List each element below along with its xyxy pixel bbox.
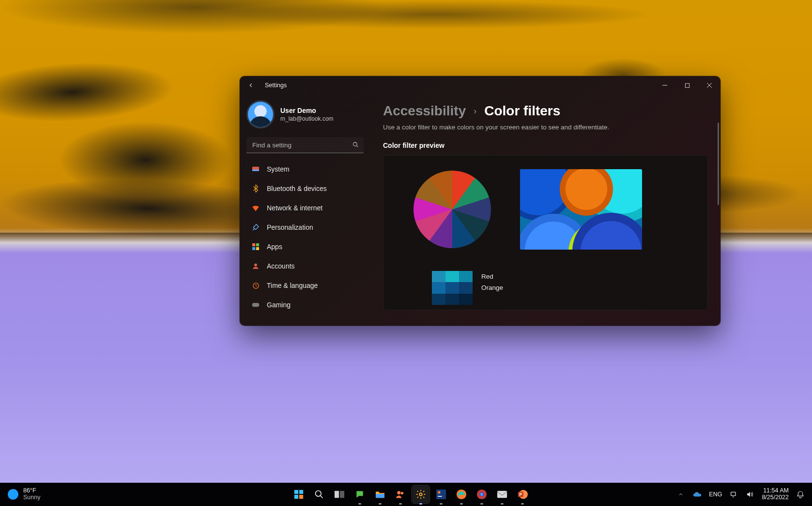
svg-point-25 [401, 492, 404, 495]
scrollbar[interactable] [718, 123, 719, 205]
chevron-right-icon: › [474, 106, 476, 116]
svg-rect-1 [685, 83, 689, 87]
nav-system[interactable]: System [246, 160, 366, 178]
svg-point-26 [419, 493, 422, 496]
preview-card: Red Orange [383, 155, 708, 310]
breadcrumb: Accessibility › Color filters [383, 103, 708, 119]
svg-rect-10 [252, 247, 255, 250]
taskbar-powerpoint[interactable]: P [514, 486, 531, 503]
page-description: Use a color filter to make colors on you… [383, 124, 708, 131]
volume-icon[interactable] [745, 490, 755, 499]
gaming-icon [251, 300, 260, 309]
svg-rect-18 [299, 495, 303, 499]
svg-rect-14 [252, 303, 260, 307]
svg-rect-28 [438, 491, 440, 493]
taskbar-clock[interactable]: 11:54 AM 8/25/2022 [762, 488, 789, 501]
nav-gaming[interactable]: Gaming [246, 296, 366, 314]
tray-language[interactable]: ENG [709, 491, 722, 498]
taskbar-people[interactable] [392, 486, 409, 503]
notifications-icon[interactable] [796, 490, 805, 499]
svg-text:C: C [481, 493, 483, 496]
taskbar-jetbrains[interactable] [433, 486, 449, 503]
svg-rect-7 [252, 170, 259, 171]
svg-point-4 [353, 142, 357, 146]
taskbar-mail[interactable] [494, 486, 510, 503]
taskbar-search[interactable] [311, 486, 327, 503]
nav-time[interactable]: Time & language [246, 276, 366, 295]
nav-network[interactable]: Network & internet [246, 199, 366, 217]
taskbar-edge[interactable] [453, 486, 470, 503]
bluetooth-icon [251, 184, 260, 193]
swatch [432, 271, 445, 282]
nav-accounts[interactable]: Accounts [246, 257, 366, 275]
search-input[interactable] [246, 137, 364, 153]
network-tray-icon[interactable] [729, 490, 738, 499]
sidebar: User Demo m_lab@outlook.com System Bluet… [240, 95, 370, 326]
start-button[interactable] [291, 486, 307, 503]
taskbar-center: C P [145, 486, 676, 503]
nav-apps[interactable]: Apps [246, 237, 366, 256]
svg-point-24 [397, 491, 400, 494]
color-name-list: Red Orange [481, 271, 503, 291]
clock-date: 8/25/2022 [762, 494, 789, 501]
system-icon [251, 165, 260, 174]
clock-time: 11:54 AM [762, 488, 789, 494]
tray-overflow-icon[interactable] [676, 490, 686, 499]
minimize-button[interactable] [654, 78, 676, 93]
svg-rect-8 [252, 243, 255, 246]
svg-rect-17 [294, 495, 298, 499]
back-button[interactable] [245, 79, 257, 92]
nav-bluetooth[interactable]: Bluetooth & devices [246, 179, 366, 198]
color-name: Orange [481, 284, 503, 291]
svg-line-20 [321, 496, 323, 498]
brush-icon [251, 223, 260, 232]
svg-rect-9 [256, 243, 259, 246]
color-wheel-preview [414, 171, 491, 248]
taskbar-teams[interactable]: C [474, 486, 490, 503]
swatch [459, 271, 473, 282]
svg-rect-16 [299, 490, 303, 494]
nav-personalization[interactable]: Personalization [246, 218, 366, 237]
breadcrumb-leaf: Color filters [484, 103, 560, 119]
svg-rect-27 [436, 490, 446, 499]
taskbar[interactable]: 86°F Sunny C P ENG 11:54 AM 8/25/2022 [0, 483, 812, 506]
svg-rect-38 [731, 492, 735, 495]
swatch [445, 271, 459, 282]
user-account-block[interactable]: User Demo m_lab@outlook.com [246, 97, 366, 135]
taskbar-widgets[interactable]: 86°F Sunny [0, 488, 145, 501]
system-tray[interactable]: ENG 11:54 AM 8/25/2022 [676, 488, 812, 501]
svg-rect-21 [335, 491, 339, 498]
titlebar[interactable]: Settings [240, 76, 720, 95]
swatch [459, 282, 473, 293]
user-name: User Demo [280, 107, 334, 114]
svg-rect-11 [256, 247, 259, 250]
task-view[interactable] [331, 486, 348, 503]
weather-icon [8, 489, 18, 500]
close-button[interactable] [698, 78, 720, 93]
svg-rect-15 [294, 490, 298, 494]
taskbar-chat[interactable] [352, 486, 368, 503]
user-email: m_lab@outlook.com [280, 115, 334, 122]
breadcrumb-parent[interactable]: Accessibility [383, 103, 466, 119]
section-title: Color filter preview [383, 142, 708, 149]
wifi-icon [251, 204, 260, 212]
svg-point-12 [254, 264, 257, 267]
content-area: Accessibility › Color filters Use a colo… [370, 95, 720, 326]
onedrive-icon[interactable] [692, 490, 702, 499]
weather-cond: Sunny [23, 494, 40, 501]
svg-rect-22 [340, 491, 344, 498]
swatch [432, 282, 445, 293]
nav-label: System [267, 165, 290, 173]
color-name: Red [481, 273, 503, 280]
settings-window: Settings User Demo m_lab@outlook.com [240, 76, 720, 326]
taskbar-settings[interactable] [413, 486, 429, 503]
search-box[interactable] [246, 137, 364, 153]
swatch [445, 282, 459, 293]
nav-label: Accounts [267, 262, 295, 270]
swatch [459, 294, 473, 305]
nav-label: Gaming [267, 301, 291, 309]
maximize-button[interactable] [676, 78, 698, 93]
taskbar-explorer[interactable] [372, 486, 388, 503]
svg-rect-23 [376, 494, 384, 498]
svg-point-19 [316, 491, 322, 497]
